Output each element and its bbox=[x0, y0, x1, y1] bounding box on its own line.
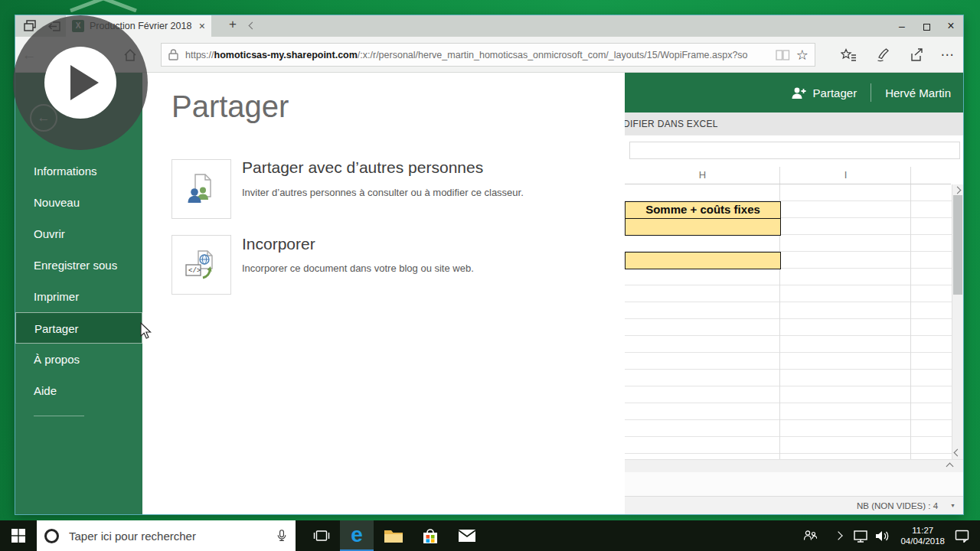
url-protocol: https:// bbox=[185, 50, 214, 60]
tab-bar: X Production Février 2018 × + – × bbox=[15, 15, 963, 37]
sidebar-divider bbox=[34, 416, 84, 416]
mail-icon bbox=[458, 529, 476, 543]
more-options-icon[interactable]: ⋯ bbox=[936, 37, 959, 73]
taskbar-mail-button[interactable] bbox=[450, 520, 484, 551]
excel-online-pane: Partager Hervé Martin MODIFIER DANS EXCE… bbox=[625, 73, 963, 514]
maximize-icon bbox=[923, 24, 930, 31]
embed-icon: </> bbox=[184, 247, 219, 282]
browser-content: Partager Hervé Martin MODIFIER DANS EXCE… bbox=[15, 73, 963, 514]
address-bar[interactable]: https://homoticsas-my.sharepoint.com/:x:… bbox=[161, 43, 815, 67]
maximize-button[interactable] bbox=[914, 15, 939, 37]
minimize-button[interactable]: – bbox=[890, 15, 914, 37]
video-play-overlay[interactable] bbox=[13, 15, 148, 150]
tray-chevron-up-icon[interactable] bbox=[828, 520, 848, 551]
column-separator bbox=[910, 167, 911, 184]
backstage-main: Partager Partager avec d’autres personne… bbox=[142, 73, 625, 514]
store-icon bbox=[421, 527, 439, 544]
share-with-people-description: Inviter d’autres personnes à consulter o… bbox=[242, 187, 524, 198]
highlighted-cell-empty[interactable] bbox=[625, 252, 781, 269]
share-with-people-button[interactable] bbox=[172, 159, 231, 219]
highlighted-cell-empty[interactable] bbox=[625, 218, 781, 236]
play-button[interactable] bbox=[44, 47, 116, 119]
column-header-i[interactable]: I bbox=[780, 167, 911, 184]
sidebar-item-nouveau[interactable]: Nouveau bbox=[15, 187, 142, 218]
share-with-people-icon bbox=[184, 171, 219, 207]
search-input[interactable] bbox=[69, 530, 276, 543]
desktop: X Production Février 2018 × + – × ← → ↻ bbox=[0, 0, 980, 551]
scroll-up-icon[interactable] bbox=[954, 187, 962, 194]
taskbar-clock[interactable]: 11:27 04/04/2018 bbox=[900, 520, 945, 551]
wallpaper-accent bbox=[69, 0, 138, 12]
tab-list-chevron-icon[interactable] bbox=[249, 22, 256, 30]
edge-icon: e bbox=[351, 521, 363, 549]
scroll-down-icon[interactable] bbox=[954, 449, 962, 457]
sidebar-item-partager[interactable]: Partager bbox=[15, 312, 142, 344]
tab-close-icon[interactable]: × bbox=[199, 20, 205, 32]
browser-window: X Production Février 2018 × + – × ← → ↻ bbox=[15, 15, 963, 514]
volume-icon[interactable] bbox=[871, 520, 893, 551]
embed-title[interactable]: Incorporer bbox=[242, 235, 315, 253]
web-note-pen-icon[interactable] bbox=[872, 37, 895, 73]
sidebar-item-informations[interactable]: Informations bbox=[15, 155, 142, 187]
column-headers: H I bbox=[625, 161, 963, 184]
status-caret-icon[interactable]: ▼ bbox=[950, 503, 956, 508]
sidebar-item-ouvrir[interactable]: Ouvrir bbox=[15, 218, 142, 249]
url-domain: homoticsas-my.sharepoint.com bbox=[214, 50, 358, 60]
horizontal-scrollbar[interactable] bbox=[625, 459, 963, 472]
navigation-bar: ← → ↻ https://homoticsas-my.sharepoint.c… bbox=[15, 37, 963, 73]
taskbar-store-button[interactable] bbox=[413, 520, 447, 551]
excel-header: Partager Hervé Martin bbox=[625, 73, 963, 112]
sidebar-item-imprimer[interactable]: Imprimer bbox=[15, 281, 142, 312]
share-with-people-title[interactable]: Partager avec d’autres personnes bbox=[242, 158, 483, 177]
windows-logo-icon bbox=[11, 529, 25, 543]
spreadsheet-grid[interactable]: Somme + coûts fixes bbox=[625, 184, 963, 459]
column-header-h[interactable]: H bbox=[625, 167, 780, 184]
taskbar-edge-button[interactable]: e bbox=[340, 520, 374, 551]
close-button[interactable]: × bbox=[939, 15, 963, 37]
excel-share-button[interactable]: Partager bbox=[813, 86, 858, 99]
start-button[interactable] bbox=[0, 520, 37, 551]
task-view-button[interactable] bbox=[305, 520, 338, 551]
share-icon[interactable] bbox=[905, 37, 928, 73]
add-favorite-star-icon[interactable]: ☆ bbox=[796, 47, 808, 64]
user-name[interactable]: Hervé Martin bbox=[885, 86, 951, 99]
url-text: https://homoticsas-my.sharepoint.com/:x:… bbox=[185, 50, 769, 60]
svg-text:</>: </> bbox=[188, 267, 201, 275]
clock-date: 04/04/2018 bbox=[900, 536, 945, 546]
play-icon bbox=[70, 65, 99, 100]
page-title: Partager bbox=[172, 90, 289, 124]
vertical-scrollbar[interactable] bbox=[952, 184, 963, 459]
lock-icon bbox=[168, 48, 179, 61]
network-icon[interactable] bbox=[850, 520, 871, 551]
cortana-icon bbox=[44, 529, 59, 543]
gridline-vertical bbox=[910, 184, 911, 459]
sidebar-item-enregistrer-sous[interactable]: Enregistrer sous bbox=[15, 249, 142, 281]
vertical-scroll-thumb[interactable] bbox=[953, 195, 962, 295]
tray-people-icon[interactable] bbox=[799, 520, 821, 551]
task-view-icon bbox=[313, 529, 330, 543]
url-path: /:x:/r/personal/herve_martin_homoticsas_… bbox=[358, 50, 748, 60]
tab-preview-icon[interactable] bbox=[23, 19, 37, 33]
microphone-icon[interactable] bbox=[276, 528, 288, 543]
sidebar-item-a-propos[interactable]: À propos bbox=[15, 344, 142, 375]
reading-view-icon[interactable] bbox=[776, 49, 790, 61]
excel-command-bar: MODIFIER DANS EXCEL bbox=[625, 112, 963, 135]
embed-button[interactable]: </> bbox=[172, 235, 231, 295]
header-divider bbox=[871, 83, 871, 102]
sidebar-item-aide[interactable]: Aide bbox=[15, 375, 142, 406]
edit-in-excel-button[interactable]: MODIFIER DANS EXCEL bbox=[625, 119, 718, 129]
formula-bar bbox=[625, 135, 963, 161]
taskbar-search[interactable] bbox=[37, 520, 296, 551]
hub-favorites-icon[interactable] bbox=[837, 37, 860, 73]
action-center-icon bbox=[955, 530, 969, 543]
taskbar: e bbox=[0, 520, 980, 551]
embed-description: Incorporer ce document dans votre blog o… bbox=[242, 262, 474, 274]
new-tab-button[interactable]: + bbox=[224, 17, 242, 32]
taskbar-explorer-button[interactable] bbox=[377, 520, 410, 551]
formula-input[interactable] bbox=[629, 142, 960, 159]
sheet-tabs-strip bbox=[625, 472, 963, 496]
mouse-cursor bbox=[140, 322, 152, 340]
cell-somme-couts-fixes[interactable]: Somme + coûts fixes bbox=[625, 201, 781, 219]
scroll-right-icon[interactable] bbox=[946, 463, 954, 471]
action-center-button[interactable] bbox=[949, 520, 974, 551]
